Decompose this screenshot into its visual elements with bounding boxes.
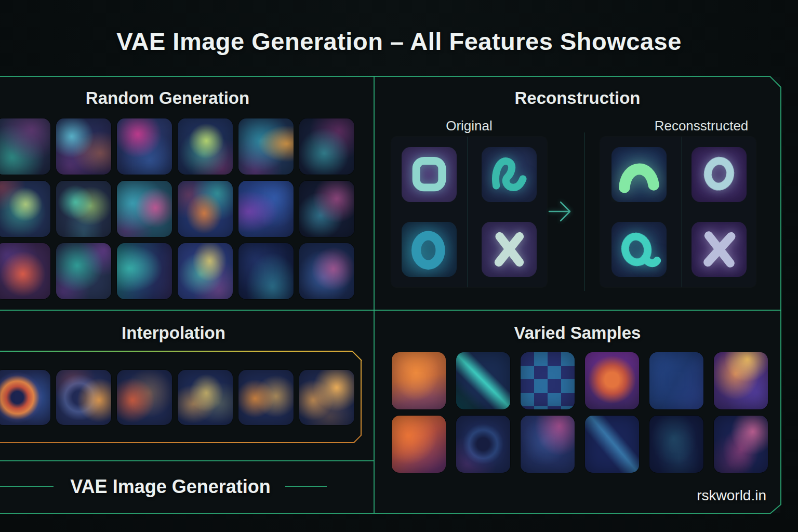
random-sample-tile <box>238 243 294 299</box>
reconstruction-section-divider <box>584 132 584 291</box>
interpolation-step-tile <box>56 370 111 425</box>
banner-title: VAE Image Generation <box>52 476 289 498</box>
reconstructed-digit-tile <box>691 147 747 202</box>
page-title: VAE Image Generation – All Features Show… <box>0 27 798 56</box>
glyph-q-loop-icon <box>611 222 667 277</box>
glyph-cross-icon <box>691 222 747 277</box>
varied-sample-tile <box>456 352 510 409</box>
random-sample-tile <box>0 118 50 175</box>
reconstructed-digit-tile <box>691 222 747 277</box>
interpolation-title: Interpolation <box>0 323 347 343</box>
random-sample-tile <box>178 118 233 175</box>
brand-watermark: rskworld.in <box>697 487 766 504</box>
varied-sample-tile <box>392 352 446 409</box>
original-digit-tile <box>402 222 457 277</box>
original-label: Original <box>391 118 547 134</box>
vae-showcase-poster: VAE Image Generation – All Features Show… <box>0 0 798 532</box>
reconstructed-grid-panel <box>600 137 756 287</box>
varied-samples-title: Varied Samples <box>374 323 781 343</box>
random-sample-tile <box>178 181 233 237</box>
interpolation-step-tile <box>0 370 50 425</box>
random-sample-tile <box>56 118 111 175</box>
original-grid-divider <box>468 137 468 287</box>
random-sample-tile <box>299 118 354 175</box>
random-sample-tile <box>0 243 50 299</box>
varied-sample-tile <box>521 416 575 473</box>
varied-sample-tile <box>392 416 446 473</box>
reconstructed-grid-divider <box>682 137 682 287</box>
random-sample-tile <box>178 243 233 299</box>
glyph-small-circle-icon <box>691 147 747 202</box>
reconstructed-digit-tile <box>611 222 667 277</box>
random-sample-tile <box>117 181 172 237</box>
random-sample-tile <box>117 118 172 175</box>
random-sample-tile <box>0 181 50 237</box>
reconstructed-label: Reconsstructed <box>623 118 779 134</box>
random-sample-tile <box>238 118 294 175</box>
arrow-right-icon <box>548 198 579 224</box>
glyph-rounded-square-icon <box>402 147 457 202</box>
interpolation-strip-border-top <box>0 351 352 352</box>
interpolation-strip <box>0 370 354 425</box>
glyph-thick-circle-icon <box>402 222 457 277</box>
random-sample-tile <box>299 181 354 237</box>
banner-rule-left <box>0 486 54 487</box>
random-sample-tile <box>56 181 111 237</box>
varied-sample-tile <box>585 416 639 473</box>
original-grid-panel <box>391 137 547 287</box>
reconstructed-digit-tile <box>611 147 667 202</box>
varied-sample-tile <box>714 352 768 409</box>
varied-sample-tile <box>456 416 510 473</box>
random-generation-grid <box>0 118 354 299</box>
banner-rule-right <box>285 486 327 487</box>
varied-sample-tile <box>714 416 768 473</box>
random-generation-title: Random Generation <box>0 88 335 108</box>
reconstruction-title: Reconstruction <box>374 88 781 108</box>
varied-samples-grid <box>392 352 768 473</box>
glyph-arc-icon <box>611 147 667 202</box>
interpolation-step-tile <box>178 370 233 425</box>
interpolation-step-tile <box>299 370 354 425</box>
random-sample-tile <box>56 243 111 299</box>
interpolation-strip-border-right <box>361 360 362 435</box>
glyph-squiggle-icon <box>482 147 537 202</box>
interpolation-step-tile <box>117 370 172 425</box>
original-digit-tile <box>482 147 537 202</box>
random-sample-tile <box>117 243 172 299</box>
varied-sample-tile <box>521 352 575 409</box>
varied-sample-tile <box>649 352 703 409</box>
varied-sample-tile <box>585 352 639 409</box>
interpolation-step-tile <box>238 370 294 425</box>
glyph-cross-icon <box>482 222 537 277</box>
interpolation-strip-border-bottom <box>0 442 354 443</box>
original-digit-tile <box>402 147 457 202</box>
random-sample-tile <box>238 181 294 237</box>
varied-sample-tile <box>649 416 703 473</box>
random-sample-tile <box>299 243 354 299</box>
original-digit-tile <box>482 222 537 277</box>
